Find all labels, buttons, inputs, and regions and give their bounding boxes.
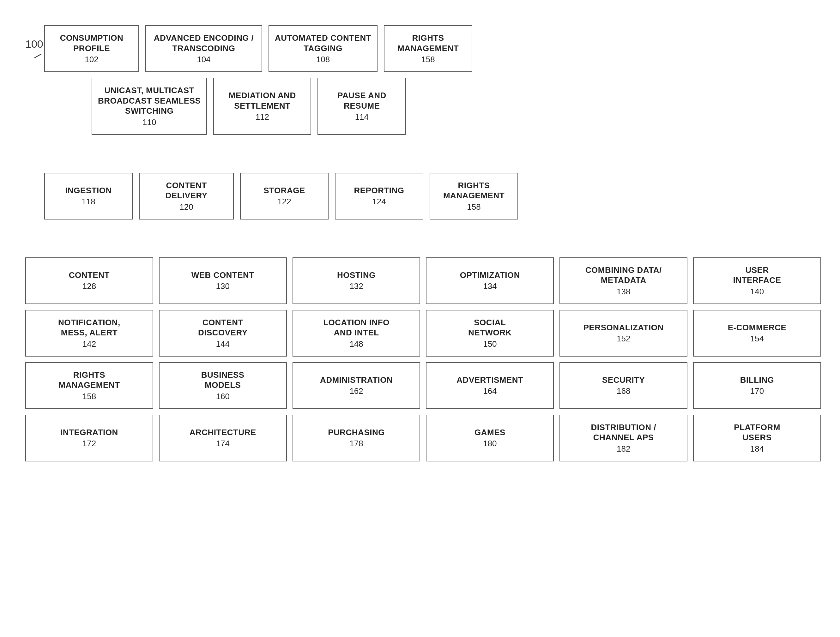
box-title-distribution: DISTRIBUTION /CHANNEL APS [591, 422, 656, 443]
box-title-rights-management-2: RIGHTSMANAGEMENT [443, 180, 505, 201]
box-num-mediation: 112 [256, 112, 269, 122]
box-title-billing: BILLING [740, 375, 774, 385]
box-num-automated-content-tagging: 108 [316, 55, 330, 65]
box-title-social-network: SOCIALNETWORK [468, 317, 512, 338]
diagram-label: 100 [25, 38, 43, 50]
box-num-security: 168 [617, 386, 630, 396]
box-num-rights-management-3: 158 [82, 392, 96, 401]
box-security: SECURITY 168 [559, 362, 687, 409]
box-content-discovery: CONTENTDISCOVERY 144 [159, 310, 287, 356]
box-num-personalization: 152 [617, 334, 630, 344]
box-title-reporting: REPORTING [354, 185, 404, 196]
box-num-integration: 172 [82, 439, 96, 448]
box-rights-management-1: RIGHTSMANAGEMENT 158 [384, 25, 472, 72]
box-num-pause-resume: 114 [355, 112, 369, 122]
box-num-content: 128 [82, 281, 96, 291]
box-title-content: CONTENT [69, 270, 110, 281]
box-num-games: 180 [483, 439, 497, 448]
box-title-consumption-profile: CONSUMPTIONPROFILE [60, 33, 123, 54]
box-social-network: SOCIALNETWORK 150 [426, 310, 554, 356]
box-title-ingestion: INGESTION [65, 185, 112, 196]
box-num-advertisment: 164 [483, 386, 497, 396]
box-num-e-commerce: 154 [750, 334, 764, 344]
box-title-hosting: HOSTING [337, 270, 376, 281]
box-num-business-models: 160 [216, 392, 230, 401]
box-num-notification: 142 [82, 339, 96, 349]
box-num-billing: 170 [750, 386, 764, 396]
box-title-pause-resume: PAUSE ANDRESUME [337, 90, 386, 111]
box-pause-resume: PAUSE ANDRESUME 114 [317, 78, 406, 135]
box-num-storage: 122 [277, 197, 291, 207]
box-title-unicast: UNICAST, MULTICASTBROADCAST SEAMLESSSWIT… [98, 85, 201, 116]
box-title-architecture: ARCHITECTURE [189, 427, 256, 438]
box-title-content-discovery: CONTENTDISCOVERY [198, 317, 248, 338]
box-title-personalization: PERSONALIZATION [584, 322, 664, 333]
box-platform-users: PLATFORMUSERS 184 [693, 415, 821, 461]
box-mediation: MEDIATION ANDSETTLEMENT 112 [213, 78, 311, 135]
box-title-location-info: LOCATION INFOAND INTEL [323, 317, 390, 338]
box-consumption-profile: CONSUMPTIONPROFILE 102 [44, 25, 139, 72]
box-title-content-delivery: CONTENTDELIVERY [165, 180, 207, 201]
box-purchasing: PURCHASING 178 [292, 415, 420, 461]
box-title-advertisment: ADVERTISMENT [456, 375, 523, 385]
box-num-combining-data: 138 [617, 287, 630, 296]
box-title-notification: NOTIFICATION,MESS, ALERT [58, 317, 120, 338]
box-title-security: SECURITY [602, 375, 645, 385]
box-combining-data: COMBINING DATA/METADATA 138 [559, 257, 687, 304]
box-num-platform-users: 184 [750, 444, 764, 454]
box-reporting: REPORTING 124 [335, 173, 423, 219]
box-web-content: WEB CONTENT 130 [159, 257, 287, 304]
box-rights-management-3: RIGHTSMANAGEMENT 158 [25, 362, 153, 409]
box-title-rights-management-3: RIGHTSMANAGEMENT [58, 370, 120, 390]
box-num-rights-management-1: 158 [421, 55, 435, 65]
box-title-web-content: WEB CONTENT [191, 270, 254, 281]
box-title-mediation: MEDIATION ANDSETTLEMENT [229, 90, 296, 111]
box-rights-management-2: RIGHTSMANAGEMENT 158 [429, 173, 518, 219]
box-num-consumption-profile: 102 [85, 55, 98, 65]
box-num-advanced-encoding: 104 [197, 55, 210, 65]
box-title-automated-content-tagging: AUTOMATED CONTENTTAGGING [275, 33, 371, 54]
diagram-arrow: / [33, 50, 43, 61]
box-title-combining-data: COMBINING DATA/METADATA [585, 265, 662, 285]
box-num-unicast: 110 [142, 117, 156, 127]
box-num-distribution: 182 [617, 444, 630, 454]
box-num-web-content: 130 [216, 281, 230, 291]
box-num-administration: 162 [349, 386, 363, 396]
box-title-administration: ADMINISTRATION [320, 375, 393, 385]
box-integration: INTEGRATION 172 [25, 415, 153, 461]
box-title-business-models: BUSINESSMODELS [201, 370, 245, 390]
box-hosting: HOSTING 132 [292, 257, 420, 304]
box-advanced-encoding: ADVANCED ENCODING /TRANSCODING 104 [145, 25, 262, 72]
box-unicast: UNICAST, MULTICASTBROADCAST SEAMLESSSWIT… [92, 78, 207, 135]
box-title-storage: STORAGE [264, 185, 305, 196]
box-business-models: BUSINESSMODELS 160 [159, 362, 287, 409]
box-content: CONTENT 128 [25, 257, 153, 304]
box-num-reporting: 124 [372, 197, 386, 207]
box-advertisment: ADVERTISMENT 164 [426, 362, 554, 409]
box-billing: BILLING 170 [693, 362, 821, 409]
box-num-ingestion: 118 [82, 197, 95, 207]
box-num-social-network: 150 [483, 339, 497, 349]
box-title-user-interface: USERINTERFACE [733, 265, 781, 285]
box-num-location-info: 148 [349, 339, 363, 349]
box-automated-content-tagging: AUTOMATED CONTENTTAGGING 108 [268, 25, 377, 72]
box-location-info: LOCATION INFOAND INTEL 148 [292, 310, 420, 356]
box-architecture: ARCHITECTURE 174 [159, 415, 287, 461]
box-e-commerce: E-COMMERCE 154 [693, 310, 821, 356]
box-num-optimization: 134 [483, 281, 497, 291]
box-num-rights-management-2: 158 [467, 202, 480, 212]
box-storage: STORAGE 122 [240, 173, 328, 219]
box-title-purchasing: PURCHASING [328, 427, 385, 438]
box-optimization: OPTIMIZATION 134 [426, 257, 554, 304]
box-distribution: DISTRIBUTION /CHANNEL APS 182 [559, 415, 687, 461]
box-num-content-delivery: 120 [180, 202, 193, 212]
box-num-user-interface: 140 [750, 287, 764, 296]
box-content-delivery: CONTENTDELIVERY 120 [139, 173, 234, 219]
box-title-rights-management-1: RIGHTSMANAGEMENT [398, 33, 459, 54]
box-num-architecture: 174 [216, 439, 230, 448]
box-title-games: GAMES [475, 427, 505, 438]
box-personalization: PERSONALIZATION 152 [559, 310, 687, 356]
box-title-integration: INTEGRATION [60, 427, 118, 438]
box-num-hosting: 132 [349, 281, 363, 291]
box-notification: NOTIFICATION,MESS, ALERT 142 [25, 310, 153, 356]
